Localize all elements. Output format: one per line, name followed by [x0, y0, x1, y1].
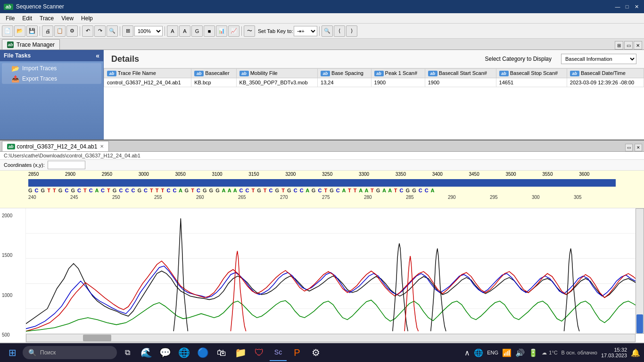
pos-280: 280 [364, 195, 406, 200]
title-bar: ab Sequence Scanner — □ ✕ [0, 0, 644, 13]
base-T: T [148, 188, 154, 193]
horizontal-scrollbar[interactable] [26, 334, 636, 342]
menu-file[interactable]: File [2, 14, 18, 23]
scrollbar-thumb-h[interactable] [83, 335, 111, 341]
clock[interactable]: 15:32 17.03.2023 [601, 347, 627, 358]
pos-285: 285 [406, 195, 448, 200]
chevron-up-icon[interactable]: ∧ [464, 348, 470, 357]
print-preview-button[interactable]: 📋 [54, 25, 66, 37]
battery-icon[interactable]: 🔋 [528, 348, 538, 357]
notification-icon[interactable]: 🔔 [631, 348, 640, 357]
menu-view[interactable]: View [58, 14, 77, 23]
scrollbar-thumb-v[interactable] [636, 314, 643, 333]
category-select[interactable]: Basecall Information [561, 54, 636, 64]
powerpoint-icon[interactable]: P [289, 344, 305, 361]
trace-tab-active[interactable]: ab control_G3637_H12_24_04.ab1 ✕ [2, 141, 109, 151]
trace-tab-close[interactable]: ✕ [100, 144, 104, 149]
tab-key-select[interactable]: ⇥+ [294, 26, 317, 36]
trace-area: ab control_G3637_H12_24_04.ab1 ✕ ▭ ✕ C:\… [0, 140, 644, 342]
trace-viewer: C:\Users\cathe\Downloads\control_G3637_H… [0, 152, 644, 342]
undo-button[interactable]: ↶ [82, 25, 93, 37]
base-C: C [316, 188, 322, 193]
col-peak1: ab Peak 1 Scan# [371, 69, 425, 78]
prev-btn[interactable]: ⟨ [334, 25, 345, 37]
video-call-icon[interactable]: 💬 [157, 344, 173, 361]
find-button[interactable]: 🔍 [107, 25, 118, 37]
sequence-scanner-icon[interactable]: Sc [270, 344, 287, 361]
toolbar-separator-1 [40, 26, 40, 36]
details-header: Details Select Category to Display Basec… [104, 50, 644, 68]
menu-help[interactable]: Help [77, 14, 97, 23]
windows-store[interactable]: 🛍 [213, 344, 230, 361]
next-btn[interactable]: ⟩ [346, 25, 357, 37]
files-icon[interactable]: 📁 [232, 344, 249, 361]
tab-close-button[interactable]: ✕ [634, 41, 642, 49]
menu-edit[interactable]: Edit [18, 14, 36, 23]
base-T: T [189, 188, 195, 193]
tab-restore-button[interactable]: ▭ [624, 41, 633, 49]
settings-icon[interactable]: ⚙ [307, 344, 324, 361]
view-btn-2[interactable]: A [179, 25, 190, 37]
print-button[interactable]: 🖨 [42, 25, 53, 37]
set-tab-label: Set Tab Key to: [258, 28, 293, 34]
base-C: C [267, 188, 273, 193]
base-C: C [123, 188, 129, 193]
volume-icon[interactable]: 🔊 [515, 348, 525, 357]
trace-close-btn[interactable]: ✕ [635, 144, 642, 151]
save-button[interactable]: 💾 [26, 25, 38, 37]
close-button[interactable]: ✕ [633, 3, 640, 10]
properties-button[interactable]: ⚙ [66, 25, 78, 37]
ruler-num: 3400 [432, 172, 469, 179]
start-button[interactable]: ⊞ [4, 344, 21, 361]
language-indicator[interactable]: ENG [487, 350, 498, 355]
sidebar-header: File Tasks « [0, 50, 103, 61]
search-btn[interactable]: 🔍 [322, 25, 333, 37]
yaxis-500: 500 [2, 332, 24, 337]
view-btn-6[interactable]: 📈 [228, 25, 239, 37]
chrome-icon[interactable]: 🔵 [194, 344, 211, 361]
view-btn-5[interactable]: 📊 [216, 25, 227, 37]
sidebar-item-export[interactable]: 📤 Export Traces [2, 74, 101, 84]
coords-label: Coordinates (x,y): [4, 162, 45, 168]
base-C: C [292, 188, 298, 193]
trace-manager-tab[interactable]: ab Trace Manager [2, 39, 60, 49]
search-bar[interactable]: 🔍 Поиск [23, 346, 117, 359]
coords-input[interactable] [48, 161, 85, 169]
sidebar-item-import[interactable]: 📂 Import Traces [2, 63, 101, 74]
network-icon[interactable]: 🌐 [474, 348, 483, 357]
menu-trace[interactable]: Trace [36, 14, 58, 23]
ruler-container: 2850 2900 2950 3000 3050 3100 3150 3200 … [0, 171, 644, 208]
base-G: G [273, 188, 280, 193]
trace-restore-btn[interactable]: ▭ [625, 144, 633, 151]
open-button[interactable]: 📂 [14, 25, 25, 37]
system-tray: ∧ 🌐 ENG 📶 🔊 🔋 ☁ 1°C В осн. облачно 15:32… [464, 347, 640, 358]
wifi-icon[interactable]: 📶 [502, 348, 512, 357]
import-icon: 📂 [11, 65, 19, 72]
view-btn-4[interactable]: ■ [204, 25, 215, 37]
sidebar-collapse-button[interactable]: « [96, 52, 99, 59]
antivirus-icon[interactable]: 🛡 [251, 344, 268, 361]
base-G: G [201, 188, 207, 193]
browser-icon[interactable]: 🌐 [175, 344, 192, 361]
curve-btn[interactable]: 〜 [244, 25, 255, 37]
tab-grid-button[interactable]: ⊞ [615, 41, 623, 49]
redo-button[interactable]: ↷ [94, 25, 106, 37]
maximize-button[interactable]: □ [623, 3, 631, 10]
view-btn-1[interactable]: A [167, 25, 178, 37]
base-C: C [165, 188, 171, 193]
base-T: T [45, 188, 51, 193]
zoom-button[interactable]: ⊞ [122, 25, 133, 37]
edge-icon[interactable]: 🌊 [138, 344, 155, 361]
zoom-select[interactable]: 100% [134, 26, 163, 36]
minimize-button[interactable]: — [614, 3, 621, 10]
taskview-button[interactable]: ⧉ [119, 344, 136, 361]
base-G: G [28, 188, 33, 193]
details-table-wrap: ab Trace File Name ab Basecaller ab Mobi… [104, 68, 644, 87]
base-C: C [87, 188, 93, 193]
trace-tab-bar: ab control_G3637_H12_24_04.ab1 ✕ ▭ ✕ [0, 140, 644, 152]
base-G: G [111, 188, 117, 193]
view-btn-3[interactable]: G [191, 25, 203, 37]
new-button[interactable]: 📄 [2, 25, 13, 37]
base-T: T [249, 188, 255, 193]
vertical-scrollbar[interactable] [636, 208, 644, 334]
